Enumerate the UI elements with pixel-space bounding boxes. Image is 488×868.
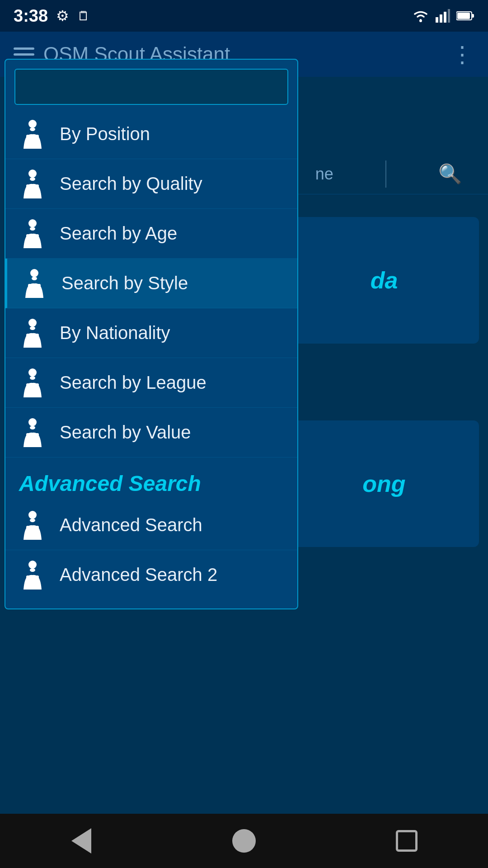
menu-item-search-by-quality[interactable]: Search by Quality (5, 159, 297, 209)
player-icon-search-by-quality (19, 169, 46, 198)
menu-label-search-by-quality: Search by Quality (60, 174, 202, 194)
svg-rect-27 (35, 334, 39, 343)
menu-label-search-by-league: Search by League (60, 373, 206, 393)
nav-recent-icon (396, 830, 418, 852)
menu-label-search-by-age: Search by Age (60, 223, 177, 244)
svg-rect-39 (35, 526, 39, 535)
background-card-1: da (289, 217, 479, 344)
dropdown-search-input[interactable] (14, 69, 288, 105)
svg-point-28 (28, 368, 37, 377)
background-tab-name: ne (315, 165, 333, 184)
svg-point-25 (30, 326, 35, 330)
svg-point-9 (30, 127, 35, 131)
svg-rect-10 (26, 135, 30, 144)
status-bar: 3:38 ⚙ 🗒 (0, 0, 488, 32)
menu-item-by-position[interactable]: By Position (5, 109, 297, 159)
dropdown-menu: By Position Search by Quality Search by … (5, 59, 298, 609)
svg-point-16 (28, 219, 37, 227)
svg-rect-31 (35, 383, 39, 392)
signal-icon (436, 9, 450, 23)
svg-rect-15 (35, 184, 39, 193)
svg-rect-6 (472, 14, 474, 18)
menu-item-by-nationality[interactable]: By Nationality (5, 308, 297, 358)
svg-rect-23 (37, 284, 41, 293)
svg-point-36 (28, 511, 37, 519)
settings-icon: ⚙ (56, 7, 69, 24)
tab-divider (385, 160, 386, 188)
menu-item-advanced-search-2[interactable]: Advanced Search 2 (5, 550, 297, 599)
svg-point-33 (30, 426, 35, 429)
player-icon-by-nationality (19, 318, 46, 348)
navigation-bar (0, 814, 488, 868)
svg-rect-19 (35, 234, 39, 243)
nav-back-icon (71, 828, 91, 854)
menu-item-search-by-age[interactable]: Search by Age (5, 209, 297, 259)
more-options-button[interactable]: ⋮ (451, 41, 474, 67)
player-icon-by-position (19, 119, 46, 149)
nav-recent-button[interactable] (380, 823, 434, 859)
player-icon-advanced-search-2 (19, 560, 46, 590)
menu-item-advanced-search[interactable]: Advanced Search (5, 500, 297, 550)
svg-rect-42 (26, 576, 30, 585)
menu-label-search-by-style: Search by Style (61, 273, 188, 293)
svg-point-20 (30, 269, 38, 277)
svg-rect-7 (457, 13, 470, 19)
background-search-icon: 🔍 (438, 163, 462, 185)
svg-rect-38 (26, 526, 30, 535)
status-time: 3:38 (14, 6, 48, 26)
svg-point-24 (28, 319, 37, 327)
svg-point-12 (28, 170, 37, 178)
svg-rect-2 (440, 14, 442, 23)
hamburger-line-1 (14, 47, 34, 50)
svg-rect-43 (35, 576, 39, 585)
svg-point-17 (30, 227, 35, 231)
svg-point-29 (30, 376, 35, 380)
svg-point-41 (30, 568, 35, 572)
svg-point-32 (28, 418, 37, 426)
menu-label-by-position: By Position (60, 124, 150, 144)
svg-point-13 (30, 177, 35, 181)
svg-rect-34 (26, 433, 30, 442)
nav-back-button[interactable] (54, 823, 108, 859)
svg-point-0 (419, 19, 422, 22)
menu-label-by-nationality: By Nationality (60, 323, 170, 343)
svg-rect-35 (35, 433, 39, 442)
advanced-search-section-title: Advanced Search (19, 472, 201, 495)
svg-point-21 (32, 277, 37, 280)
svg-rect-30 (26, 383, 30, 392)
player-icon-search-by-age (19, 219, 46, 248)
background-tabs: ne 🔍 (289, 154, 488, 194)
menu-label-search-by-value: Search by Value (60, 422, 191, 443)
svg-rect-1 (436, 17, 438, 23)
svg-rect-22 (28, 284, 32, 293)
status-right (412, 9, 474, 23)
svg-rect-11 (35, 135, 39, 144)
player-icon-advanced-search (19, 510, 46, 540)
menu-label-advanced-search: Advanced Search (60, 515, 202, 535)
background-card-2: ong (289, 420, 479, 547)
advanced-search-section-header: Advanced Search (5, 458, 297, 500)
svg-rect-14 (26, 184, 30, 193)
menu-item-search-by-style[interactable]: Search by Style (5, 259, 297, 308)
nav-home-icon (232, 829, 256, 853)
player-icon-search-by-style (21, 269, 48, 298)
hamburger-line-2 (14, 53, 34, 56)
player-icon-search-by-value (19, 418, 46, 447)
svg-rect-4 (448, 9, 450, 23)
background-card-1-text: da (371, 267, 398, 294)
player-icon-search-by-league (19, 368, 46, 397)
battery-icon (456, 11, 474, 21)
nav-home-button[interactable] (217, 823, 271, 859)
svg-rect-26 (26, 334, 30, 343)
clipboard-icon: 🗒 (77, 9, 90, 24)
svg-rect-3 (444, 12, 446, 23)
background-card-2-text: ong (362, 470, 405, 497)
menu-label-advanced-search-2: Advanced Search 2 (60, 565, 217, 585)
menu-item-search-by-value[interactable]: Search by Value (5, 408, 297, 458)
svg-point-8 (28, 120, 37, 128)
svg-point-40 (28, 561, 37, 569)
svg-rect-18 (26, 234, 30, 243)
menu-item-search-by-league[interactable]: Search by League (5, 358, 297, 408)
wifi-icon (412, 9, 429, 23)
svg-point-37 (30, 519, 35, 522)
